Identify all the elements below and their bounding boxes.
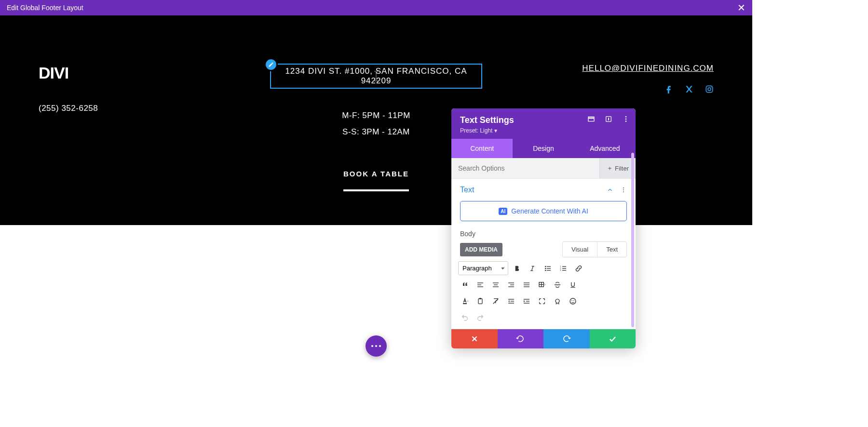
table-icon[interactable] [535,278,549,292]
x-twitter-icon[interactable] [685,85,693,93]
editor-mode-tabs: Visual Text [562,241,627,257]
svg-point-10 [623,191,624,192]
bold-icon[interactable] [510,262,524,275]
page-settings-fab[interactable] [366,335,387,357]
section-head-text[interactable]: Text [451,179,636,199]
dot-icon [371,345,373,347]
svg-point-8 [623,187,624,188]
close-icon[interactable]: ✕ [737,3,746,13]
module-edit-icon[interactable] [264,58,278,71]
format-select[interactable]: Paragraph [458,261,508,275]
svg-rect-14 [547,266,551,267]
special-char-icon[interactable] [551,294,564,308]
svg-rect-21 [562,268,566,268]
filter-label: Filter [615,165,629,172]
redo-icon[interactable] [474,311,487,324]
svg-rect-4 [608,118,609,120]
svg-point-9 [623,189,624,190]
hours-line-2: S-S: 3PM - 12AM [270,127,482,137]
more-vertical-icon[interactable] [622,115,630,123]
help-icon[interactable] [605,115,612,123]
svg-rect-33 [524,284,529,285]
paste-icon[interactable] [474,294,487,308]
search-input[interactable] [451,159,599,178]
body-label: Body [451,228,636,241]
svg-rect-28 [493,286,499,287]
fullscreen-icon[interactable] [535,294,549,308]
text-color-icon[interactable] [458,294,472,308]
panel-scrollbar[interactable] [631,153,634,327]
book-table-button[interactable]: BOOK A TABLE [343,170,409,191]
svg-rect-16 [547,270,551,270]
save-button[interactable] [590,329,636,348]
mode-visual[interactable]: Visual [563,242,597,257]
italic-icon[interactable] [526,262,539,275]
panel-tabs: Content Design Advanced [451,139,636,158]
editor-topbar: Edit Global Footer Layout ✕ [0,0,752,15]
generate-ai-button[interactable]: AI Generate Content With AI [460,201,627,221]
svg-rect-45 [526,301,529,301]
svg-point-11 [545,266,546,267]
text-cursor-icon [376,72,377,80]
align-right-icon[interactable] [504,278,518,292]
blockquote-icon[interactable] [458,278,472,292]
align-left-icon[interactable] [474,278,487,292]
undo-history-button[interactable] [498,329,544,348]
tab-content[interactable]: Content [451,139,513,158]
svg-rect-29 [508,282,514,283]
logo: DIVI [39,64,251,82]
generate-ai-label: Generate Content With AI [511,207,588,215]
strikethrough-icon[interactable] [551,278,564,292]
phone-text: (255) 352-6258 [39,104,251,113]
tab-advanced[interactable]: Advanced [574,139,636,158]
dot-icon [379,345,381,347]
align-center-icon[interactable] [489,278,502,292]
social-icons [502,85,714,93]
indent-icon[interactable] [520,294,533,308]
emoji-icon[interactable] [566,294,580,308]
more-vertical-icon[interactable] [620,187,627,193]
svg-point-1 [708,88,711,91]
link-icon[interactable] [572,262,585,275]
responsive-icon[interactable] [587,115,595,123]
svg-rect-20 [562,266,566,267]
footer-col-left: DIVI (255) 352-6258 [39,64,251,191]
svg-point-12 [545,267,546,269]
email-link[interactable]: HELLO@DIVIFINEDINING.COM [502,64,714,73]
editor-toolbar: Paragraph 123 [451,259,636,329]
chevron-up-icon[interactable] [607,187,613,193]
underline-icon[interactable] [566,278,580,292]
svg-text:3: 3 [560,269,561,271]
topbar-title: Edit Global Footer Layout [7,4,83,12]
bullet-list-icon[interactable] [541,262,555,275]
svg-rect-38 [463,303,467,304]
svg-rect-26 [493,282,499,283]
svg-rect-27 [494,284,498,285]
mode-text[interactable]: Text [597,242,626,257]
svg-rect-30 [510,284,514,285]
svg-rect-22 [562,270,566,270]
discard-button[interactable] [451,329,498,348]
svg-point-7 [625,120,627,122]
instagram-icon[interactable] [705,85,714,93]
svg-rect-42 [511,301,514,301]
svg-rect-40 [479,298,481,299]
redo-history-button[interactable] [543,329,590,348]
filter-button[interactable]: ＋ Filter [599,158,636,178]
add-media-button[interactable]: ADD MEDIA [460,243,502,256]
svg-rect-15 [547,268,551,268]
panel-header[interactable]: Text Settings Preset: Light ▾ [451,108,636,139]
text-settings-panel: Text Settings Preset: Light ▾ Content De… [451,108,636,348]
svg-rect-39 [478,299,482,304]
tab-design[interactable]: Design [513,139,574,158]
undo-icon[interactable] [458,311,472,324]
svg-rect-25 [477,286,483,287]
preset-dropdown[interactable]: Preset: Light ▾ [460,127,627,134]
selected-text-module[interactable]: 1234 DIVI ST. #1000, SAN FRANCISCO, CA 9… [270,64,482,89]
outdent-icon[interactable] [504,294,518,308]
svg-rect-32 [524,282,529,283]
facebook-icon[interactable] [665,85,673,93]
align-justify-icon[interactable] [520,278,533,292]
clear-format-icon[interactable] [489,294,502,308]
numbered-list-icon[interactable]: 123 [556,262,570,275]
